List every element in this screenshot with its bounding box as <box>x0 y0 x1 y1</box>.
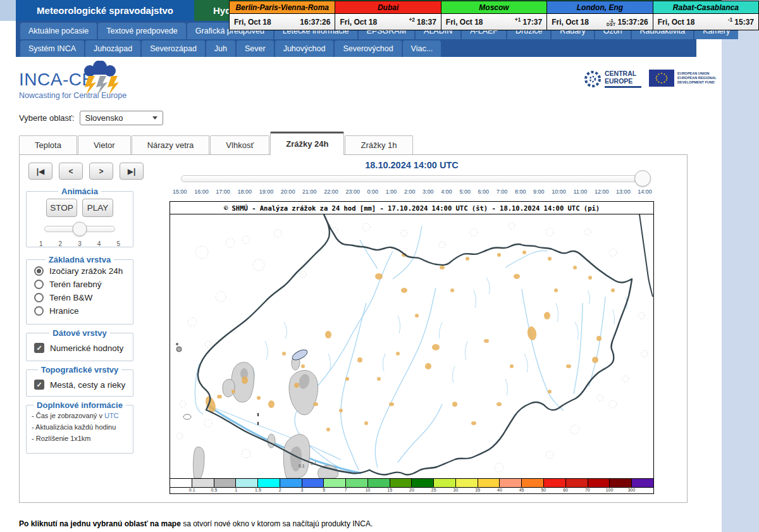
scale-color-cell <box>434 479 456 487</box>
checkbox-numeric-values-label: Numerické hodnoty <box>50 343 123 353</box>
play-button[interactable]: PLAY <box>82 199 113 217</box>
nav-secondary-tab[interactable]: Juh <box>206 40 235 57</box>
product-tab[interactable]: Vlhkosť <box>210 135 269 154</box>
nav-secondary-tab[interactable]: Sever <box>237 40 274 57</box>
utc-link[interactable]: UTC <box>104 412 119 419</box>
timeline-tick-label: 22:00 <box>324 189 338 195</box>
next-frame-button[interactable]: > <box>89 163 113 180</box>
header-meteorology[interactable]: Meteorologické spravodajstvo <box>16 0 194 21</box>
map-isoline-value: 0.1 <box>299 464 305 468</box>
world-clock: London, EngFri, Oct 18-1DST15:37:26 <box>546 1 652 30</box>
footer-note-rest: sa otvorí nové okno v ktorom sa načítajú… <box>181 519 373 528</box>
checkbox-checked-icon <box>34 380 44 390</box>
region-select[interactable]: Slovensko <box>80 111 163 125</box>
nav-primary-tab[interactable]: Textové predpovede <box>98 23 186 39</box>
time-slider-track[interactable] <box>181 175 646 182</box>
additional-info-group: Doplnkové informácie - Čas je zobrazovan… <box>26 400 133 454</box>
radio-selected-icon <box>34 266 44 276</box>
scale-boundary-label: 0.5 <box>211 488 218 492</box>
scale-color-cell <box>412 479 434 487</box>
scale-color-cell <box>236 479 258 487</box>
radio-option[interactable]: Hranice <box>27 304 133 318</box>
nav-secondary-tab[interactable]: Severovýchod <box>335 40 401 57</box>
scale-color-cell <box>456 479 478 487</box>
scale-color-cell <box>588 479 610 487</box>
timeline-labels: 15:0016:0017:0018:0019:0020:0021:0022:00… <box>173 189 652 195</box>
last-frame-button[interactable]: ▶| <box>120 163 144 180</box>
timeline-tick-label: 7:00 <box>497 189 508 195</box>
stop-button[interactable]: STOP <box>46 199 77 217</box>
speed-tick-label: 3 <box>78 240 82 247</box>
scale-boundary-label: 45 <box>519 488 524 492</box>
timeline-tick-label: 12:00 <box>595 189 609 195</box>
clock-time-group: +218:37 <box>409 18 436 27</box>
scale-color-cell <box>390 479 412 487</box>
clock-city-label: Berlin-Paris-Vienna-Roma <box>230 1 335 14</box>
checkbox-cities-roads-rivers[interactable]: Mestá, cesty a rieky <box>27 377 133 392</box>
map-timestamp: 18.10.2024 14:00 UTC <box>170 160 654 170</box>
region-select-value: Slovensko <box>85 113 123 123</box>
product-tab[interactable]: Teplota <box>19 135 77 154</box>
product-tab[interactable]: Zrážky 1h <box>345 135 412 154</box>
speed-slider[interactable] <box>44 226 115 232</box>
nav-secondary-tab[interactable]: Severozápad <box>142 40 205 57</box>
scale-color-cell <box>280 479 302 487</box>
base-layer-legend: Základná vrstva <box>46 255 114 264</box>
clock-date: Fri, Oct 18 <box>552 18 589 27</box>
precip-color-scale <box>170 478 653 487</box>
central-europe-logo: CENTRAL EUROPE <box>583 70 641 89</box>
scale-boundary-label: 15 <box>387 488 392 492</box>
product-tab[interactable]: Nárazy vetra <box>132 135 210 154</box>
product-tab[interactable]: Vietor <box>78 135 131 154</box>
world-clocks-bar: Berlin-Paris-Vienna-RomaFri, Oct 1816:37… <box>229 1 759 30</box>
nav-primary-tab[interactable]: Aktuálne počasie <box>20 23 97 39</box>
clock-offset: +1 <box>515 16 521 23</box>
world-clock: Rabat-CasablancaFri, Oct 18-115:37 <box>653 1 758 30</box>
nav-secondary-tab[interactable]: Viac... <box>403 40 441 57</box>
animation-group: Animácia STOP PLAY 12345 <box>26 187 133 247</box>
first-frame-button[interactable]: |◀ <box>28 163 52 180</box>
scale-boundary-label: 50 <box>541 488 546 492</box>
inca-ce-logo: INCA-CE Nowcasting for Central Europe <box>19 70 171 100</box>
clock-time-value: 16:37:26 <box>300 18 330 27</box>
radio-option[interactable]: Izočiary zrážok 24h <box>27 264 133 278</box>
scale-color-cell <box>544 479 566 487</box>
speed-tick-label: 1 <box>39 240 43 247</box>
nav-secondary-tab[interactable]: Juhozápad <box>85 40 140 57</box>
precip-scale-labels: 0.10.511.5235710152025303540455060701003… <box>170 487 653 493</box>
scale-boundary-label: 0.1 <box>189 488 195 492</box>
clock-city-label: Dubai <box>335 1 440 14</box>
timeline-tick-label: 13:00 <box>616 189 631 195</box>
timeline-tick-label: 0:00 <box>367 189 379 195</box>
timeline-tick-label: 9:00 <box>533 189 545 195</box>
scale-boundary-label: 60 <box>563 488 568 492</box>
timeline-tick-label: 16:00 <box>194 189 209 195</box>
scale-boundary-label: 35 <box>475 488 480 492</box>
nav-secondary-tab[interactable]: Juhovýchod <box>275 40 334 57</box>
precipitation-map[interactable]: © SHMÚ - Analýza zrážok za 24 hod [mm] -… <box>170 201 654 494</box>
info-line-resolution: - Rozlíšenie 1x1km <box>27 433 133 444</box>
prev-frame-button[interactable]: < <box>59 163 83 180</box>
clock-city-label: Rabat-Casablanca <box>653 1 758 14</box>
scale-boundary-label: 30 <box>454 488 459 492</box>
time-slider-handle[interactable] <box>634 170 651 187</box>
chevron-down-icon <box>152 116 157 120</box>
nav-secondary-tab[interactable]: Systém INCA <box>20 40 84 57</box>
checkbox-numeric-values[interactable]: Numerické hodnoty <box>27 340 133 356</box>
radio-icon <box>34 306 44 316</box>
scale-boundary-label: 300 <box>627 488 635 492</box>
radio-option[interactable]: Terén B&W <box>27 291 133 304</box>
slovakia-map-canvas[interactable]: 0.1 0.1 <box>170 214 653 478</box>
timeline-tick-label: 4:00 <box>441 189 452 195</box>
info-line-update: - Aktualizácia každú hodinu <box>27 421 133 433</box>
scale-boundary-label: 70 <box>585 488 590 492</box>
timeline-tick-label: 5:00 <box>459 189 471 195</box>
additional-info-legend: Doplnkové informácie <box>34 400 126 410</box>
clock-offset: -1 <box>728 16 733 23</box>
radio-option[interactable]: Terén farebný <box>27 278 133 291</box>
product-tab[interactable]: Zrážky 24h <box>270 132 344 155</box>
topo-layers-group: Topografické vrstvy Mestá, cesty a rieky <box>26 365 133 397</box>
speed-slider-handle[interactable] <box>73 222 87 237</box>
clock-readout: Fri, Oct 1816:37:26 <box>230 14 335 30</box>
eu-flag-icon <box>649 70 674 87</box>
